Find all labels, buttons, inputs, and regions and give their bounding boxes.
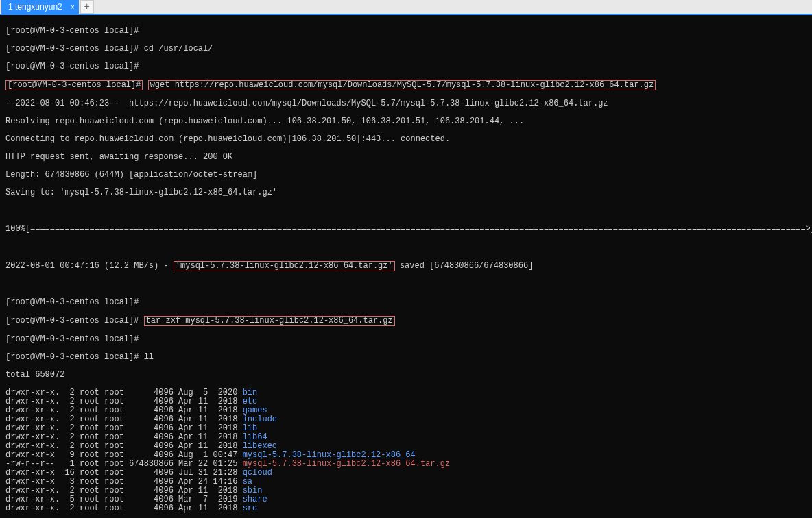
wget-output: Connecting to repo.huaweicloud.com (repo… — [5, 135, 807, 144]
new-tab-button[interactable]: + — [80, 0, 94, 14]
tab-tengxunyun2[interactable]: 1 tengxunyun2 × — [1, 0, 79, 14]
cmd-ll: [root@VM-0-3-centos local]# ll — [5, 353, 807, 362]
prompt-line: [root@VM-0-3-centos local]# — [5, 298, 807, 307]
cmd-cd: [root@VM-0-3-centos local]# cd /usr/loca… — [5, 45, 807, 53]
file-row: drwxr-xr-x. 2 root root 4096 Apr 11 2018… — [5, 504, 807, 513]
wget-output: Length: 674830866 (644M) [application/oc… — [5, 171, 807, 180]
blank — [5, 280, 807, 289]
cmd-wget: [root@VM-0-3-centos local]# wget https:/… — [5, 80, 807, 90]
terminal-output[interactable]: [root@VM-0-3-centos local]# [root@VM-0-3… — [0, 15, 812, 518]
wget-output: HTTP request sent, awaiting response... … — [5, 153, 807, 162]
tab-label: 1 tengxunyun2 — [8, 2, 62, 12]
close-icon[interactable]: × — [71, 3, 75, 11]
prompt-line: [root@VM-0-3-centos local]# — [5, 62, 807, 71]
progress-line: 100%[===================================… — [5, 224, 807, 234]
wget-done: 2022-08-01 00:47:16 (12.2 MB/s) - 'mysql… — [5, 261, 807, 271]
wget-output: Resolving repo.huaweicloud.com (repo.hua… — [5, 117, 807, 126]
ll-total: total 659072 — [5, 371, 807, 380]
wget-output: Saving to: 'mysql-5.7.38-linux-glibc2.12… — [5, 188, 807, 197]
prompt-line: [root@VM-0-3-centos local]# — [5, 27, 807, 36]
blank — [5, 243, 807, 252]
blank — [5, 206, 807, 215]
prompt-line: [root@VM-0-3-centos local]# — [5, 335, 807, 344]
file-listing: drwxr-xr-x. 2 root root 4096 Aug 5 2020 … — [5, 388, 807, 513]
wget-output: --2022-08-01 00:46:23-- https://repo.hua… — [5, 99, 807, 108]
tab-bar: 1 tengxunyun2 × + — [0, 0, 812, 15]
cmd-tar: [root@VM-0-3-centos local]# tar zxf mysq… — [5, 316, 807, 326]
